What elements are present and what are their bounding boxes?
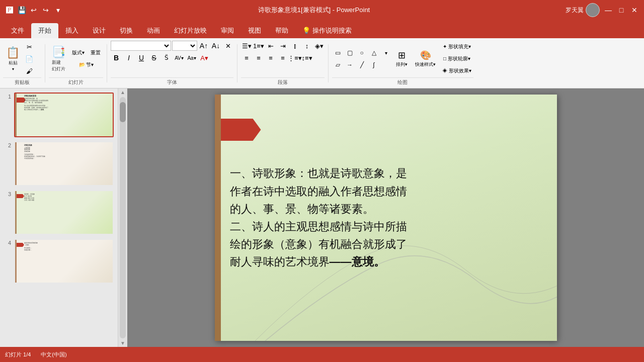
tab-file[interactable]: 文件 xyxy=(4,23,31,38)
copy-button[interactable]: 📄 xyxy=(24,53,35,64)
shape-effect-button[interactable]: ◈ 形状效果▾ xyxy=(440,65,473,76)
paste-dropdown-icon[interactable]: ▾ xyxy=(12,67,14,71)
thumb2-bar xyxy=(15,142,17,185)
slide-num-2: 2 xyxy=(4,141,11,148)
slide-panel-scrollbar[interactable]: ▲ ▼ xyxy=(118,88,127,347)
slides-top: 📑 新建幻灯片 版式▾ 重置 📂 节▾ xyxy=(49,40,103,77)
user-area[interactable]: 罗天翼 xyxy=(566,3,600,17)
layout-reset-row: 版式▾ 重置 xyxy=(69,47,103,58)
convert-smartart-button[interactable]: ◈▾ xyxy=(313,40,325,51)
font-color-button[interactable]: A▾ xyxy=(199,52,210,63)
font-size-down-button[interactable]: A↓ xyxy=(210,40,221,51)
rect-icon[interactable]: ▭ xyxy=(332,47,343,58)
quick-styles-button[interactable]: 🎨 快速样式▾ xyxy=(412,48,439,70)
numbering-button[interactable]: 1≡▾ xyxy=(253,40,264,51)
strikethrough-button[interactable]: S xyxy=(148,52,159,63)
circle-icon[interactable]: ○ xyxy=(356,47,367,58)
section-button[interactable]: 📂 节▾ xyxy=(69,59,103,70)
shape-outline-button[interactable]: □ 形状轮廓▾ xyxy=(440,53,473,64)
thumb3-arrow xyxy=(17,194,24,198)
decrease-indent-button[interactable]: ⇤ xyxy=(265,40,276,51)
slide-thumb-4[interactable]: 鉴赏诗歌的景物形象 （意象） 常见题型... 答题步骤... xyxy=(14,239,114,284)
cut-button[interactable]: ✂ xyxy=(24,41,35,52)
titlebar-right: 罗天翼 — □ ✕ xyxy=(566,3,639,17)
shadow-button[interactable]: S̈ xyxy=(161,52,172,63)
tab-transitions[interactable]: 切换 xyxy=(113,23,140,38)
align-left-button[interactable]: ≡ xyxy=(241,52,252,63)
text-case-button[interactable]: Aa▾ xyxy=(186,52,197,63)
minimize-button[interactable]: — xyxy=(604,6,613,15)
justify-button[interactable]: ≡ xyxy=(277,52,288,63)
slide-panel: 1 诗歌形象意境 也就是诗歌意象，是 作者在诗中选取的融入作者思想感情 的人、事… xyxy=(0,88,118,347)
slide-line6: 耐人寻味的艺术境界 xyxy=(230,255,330,268)
titlebar-left: 🅿 💾 ↩ ↪ ▾ xyxy=(5,6,62,15)
shape-effects: ✦ 形状填充▾ □ 形状轮廓▾ ◈ 形状效果▾ xyxy=(440,41,473,76)
arrange-button[interactable]: ⊞ 排列▾ xyxy=(393,48,411,70)
slide-left-bar xyxy=(215,95,221,341)
tab-design[interactable]: 设计 xyxy=(86,23,113,38)
font-label: 字体 xyxy=(111,77,233,87)
user-name: 罗天翼 xyxy=(566,6,584,15)
slide-thumb-2[interactable]: 诗歌形象 人物形象 事物形象 景物形象 分析鉴赏思路： 把握形象的特征，分析寓于… xyxy=(14,141,114,186)
bold-button[interactable]: B xyxy=(111,52,122,63)
bullets-button[interactable]: ☰▾ xyxy=(241,40,252,51)
tab-review[interactable]: 审阅 xyxy=(214,23,241,38)
tab-insert[interactable]: 插入 xyxy=(58,23,86,38)
line-icon[interactable]: ╱ xyxy=(356,59,367,70)
user-avatar[interactable] xyxy=(586,3,600,17)
tab-search[interactable]: 💡 操作说明搜索 xyxy=(295,23,359,38)
scroll-down-button[interactable]: ▼ xyxy=(119,339,126,347)
format-painter-button[interactable]: 🖌 xyxy=(24,65,35,76)
slide-item-3[interactable]: 3 读诗歌，识意象 松 竹 梅 菊 杨柳 落花 杜鹃 月亮 大雁 鸿雁 xyxy=(4,190,114,235)
scroll-thumb[interactable] xyxy=(120,102,126,122)
align-center-button[interactable]: ≡ xyxy=(253,52,264,63)
slide-item-1[interactable]: 1 诗歌形象意境 也就是诗歌意象，是 作者在诗中选取的融入作者思想感情 的人、事… xyxy=(4,93,114,137)
save-icon[interactable]: 💾 xyxy=(17,6,26,15)
parallelogram-icon[interactable]: ▱ xyxy=(332,59,343,70)
char-spacing-button[interactable]: AV▾ xyxy=(174,52,185,63)
slide-item-2[interactable]: 2 诗歌形象 人物形象 事物形象 景物形象 分析鉴赏思路： 把握形象的特征，分析… xyxy=(4,141,114,186)
line-spacing-button[interactable]: ↕≡▾ xyxy=(301,52,312,63)
scroll-up-button[interactable]: ▲ xyxy=(119,88,126,96)
align-text-button[interactable]: ⋮≡▾ xyxy=(289,52,300,63)
italic-button[interactable]: I xyxy=(123,52,134,63)
clear-format-button[interactable]: ✕ xyxy=(222,40,233,51)
triangle-icon[interactable]: △ xyxy=(368,47,379,58)
slide-thumb-1[interactable]: 诗歌形象意境 也就是诗歌意象，是 作者在诗中选取的融入作者思想感情 的人、事、景… xyxy=(14,93,114,137)
text-direction-button[interactable]: ↕ xyxy=(301,40,312,51)
close-button[interactable]: ✕ xyxy=(630,6,639,15)
customize-icon[interactable]: ▾ xyxy=(53,6,62,15)
redo-icon[interactable]: ↪ xyxy=(41,6,50,15)
arrow-icon[interactable]: → xyxy=(344,59,355,70)
tab-animations[interactable]: 动画 xyxy=(140,23,167,38)
curve-icon[interactable]: ∫ xyxy=(368,59,379,70)
undo-icon[interactable]: ↩ xyxy=(29,6,38,15)
font-size-selector[interactable] xyxy=(172,41,197,51)
restore-button[interactable]: □ xyxy=(617,6,626,15)
slide-thumb-3[interactable]: 读诗歌，识意象 松 竹 梅 菊 杨柳 落花 杜鹃 月亮 大雁 鸿雁 xyxy=(14,190,114,235)
reset-button[interactable]: 重置 xyxy=(88,47,103,58)
slides-right: 版式▾ 重置 📂 节▾ xyxy=(69,47,103,70)
shapes-more-button[interactable]: ▾ xyxy=(380,47,391,58)
tab-home[interactable]: 开始 xyxy=(31,23,58,38)
layout-button[interactable]: 版式▾ xyxy=(69,47,87,58)
paste-label: 粘贴 xyxy=(9,60,18,66)
increase-indent-button[interactable]: ⇥ xyxy=(277,40,288,51)
rounded-rect-icon[interactable]: ▢ xyxy=(344,47,355,58)
shape-fill-button[interactable]: ✦ 形状填充▾ xyxy=(440,41,473,52)
tab-help[interactable]: 帮助 xyxy=(268,23,295,38)
paste-button[interactable]: 📋 粘贴 ▾ xyxy=(3,44,23,73)
slide-canvas[interactable]: 一、诗歌形象：也就是诗歌意象，是 作者在诗中选取的融入作者思想感情 的人、事、景… xyxy=(215,95,557,341)
slide-text-area: 一、诗歌形象：也就是诗歌意象，是 作者在诗中选取的融入作者思想感情 的人、事、景… xyxy=(230,105,547,331)
align-right-button[interactable]: ≡ xyxy=(265,52,276,63)
tab-slideshow[interactable]: 幻灯片放映 xyxy=(167,23,214,38)
slide-thumb-3-inner: 读诗歌，识意象 松 竹 梅 菊 杨柳 落花 杜鹃 月亮 大雁 鸿雁 xyxy=(15,191,113,234)
slide-item-4[interactable]: 4 鉴赏诗歌的景物形象 （意象） 常见题型... 答题步骤... xyxy=(4,239,114,284)
new-slide-label: 新建幻灯片 xyxy=(52,59,65,72)
underline-button[interactable]: U xyxy=(136,52,147,63)
columns-button[interactable]: ⫿ xyxy=(289,40,300,51)
font-size-up-button[interactable]: A↑ xyxy=(198,40,209,51)
font-name-selector[interactable] xyxy=(111,41,171,51)
new-slide-button[interactable]: 📑 新建幻灯片 xyxy=(49,44,68,74)
tab-view[interactable]: 视图 xyxy=(241,23,268,38)
